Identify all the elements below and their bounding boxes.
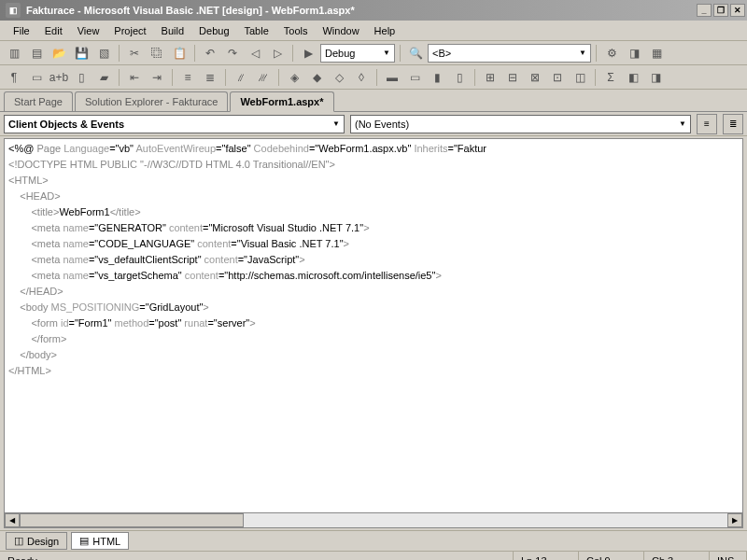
paste-icon[interactable]: 📋 [169,43,190,63]
app-icon: ◧ [6,3,21,18]
status-ready: Ready [0,552,514,560]
sigma-icon[interactable]: Σ [600,67,621,88]
clear-bookmark-icon[interactable]: ◊ [351,67,372,88]
separator [400,45,401,62]
tab-solution-explorer[interactable]: Solution Explorer - Fakturace [75,91,228,111]
menu-window[interactable]: Window [315,22,366,39]
objects-combo[interactable]: Client Objects & Events▼ [4,115,345,133]
t4-icon[interactable]: ▯ [449,67,470,88]
new-project-icon[interactable]: ▥ [4,43,24,63]
document-tabs: Start Page Solution Explorer - Fakturace… [0,90,747,112]
separator [278,69,279,86]
events-combo[interactable]: (No Events)▼ [350,115,691,133]
menu-view[interactable]: View [70,22,107,39]
misc-icon[interactable]: ⚙ [601,43,622,63]
save-icon[interactable]: 💾 [71,43,92,63]
nav-back-icon[interactable]: ◁ [245,43,265,63]
file2-icon[interactable]: ▰ [93,67,114,88]
design-icon: ◫ [14,535,23,547]
comment-icon[interactable]: ⫽ [231,67,251,88]
indent-right-icon[interactable]: ⇥ [147,67,167,88]
t1-icon[interactable]: ▬ [382,67,402,88]
minimize-button[interactable]: _ [697,4,712,17]
copy-icon[interactable]: ⿻ [147,43,167,63]
status-line: Ln 13 [514,552,579,560]
outdent-icon[interactable]: ≡ [177,67,198,88]
open-icon[interactable]: 📂 [49,43,69,63]
config-combo[interactable]: Debug▼ [320,44,395,63]
scroll-left-icon[interactable]: ◀ [5,513,20,527]
t3-icon[interactable]: ▮ [427,67,447,88]
horizontal-scrollbar[interactable]: ◀ ▶ [5,512,742,527]
view-tabs: ◫Design ▤HTML [0,530,747,551]
platform-combo[interactable]: <B>▼ [428,44,591,63]
misc-icon3[interactable]: ▦ [646,43,667,63]
separator [119,69,120,86]
restore-button[interactable]: ❐ [713,4,728,17]
menubar: File Edit View Project Build Debug Table… [0,21,747,41]
navigation-bar: Client Objects & Events▼ (No Events)▼ ≡ … [0,112,747,136]
separator [225,69,226,86]
bookmark-icon[interactable]: ◈ [284,67,304,88]
toolbar-format: ¶ ▭ a+b ▯ ▰ ⇤ ⇥ ≡ ≣ ⫽ ⫻ ◈ ◆ ◇ ◊ ▬ ▭ ▮ ▯ … [0,65,747,90]
toolbar-main: ▥ ▤ 📂 💾 ▧ ✂ ⿻ 📋 ↶ ↷ ◁ ▷ ▶ Debug▼ 🔍 <B>▼ … [0,41,747,65]
indent-icon[interactable]: ≣ [200,67,220,88]
status-ins: INS [710,552,747,560]
view-mode-icon1[interactable]: ≡ [697,114,717,134]
tab-start-page[interactable]: Start Page [4,91,73,111]
indent-left-icon[interactable]: ⇤ [124,67,145,88]
file-icon[interactable]: ▯ [71,67,92,88]
save-all-icon[interactable]: ▧ [93,43,114,63]
t6-icon[interactable]: ⊟ [502,67,523,88]
menu-build[interactable]: Build [154,22,191,39]
select-icon[interactable]: ▭ [26,67,47,88]
view-mode-icon2[interactable]: ≣ [723,114,743,134]
separator [474,69,475,86]
status-ch: Ch 3 [644,552,710,560]
t8-icon[interactable]: ⊡ [547,67,568,88]
separator [376,69,377,86]
t2-icon[interactable]: ▭ [404,67,425,88]
t10-icon[interactable]: ◧ [623,67,643,88]
code-editor[interactable]: <%@ Page Language="vb" AutoEventWireup="… [4,138,743,528]
word-icon[interactable]: a+b [49,67,69,88]
menu-table[interactable]: Table [237,22,276,39]
t9-icon[interactable]: ◫ [570,67,590,88]
menu-tools[interactable]: Tools [276,22,316,39]
separator [119,45,120,62]
menu-file[interactable]: File [6,22,37,39]
undo-icon[interactable]: ↶ [200,43,220,63]
find-icon[interactable]: 🔍 [405,43,426,63]
cut-icon[interactable]: ✂ [124,43,145,63]
t11-icon[interactable]: ◨ [645,67,666,88]
separator [596,45,597,62]
add-item-icon[interactable]: ▤ [26,43,47,63]
titlebar-text: Fakturace - Microsoft Visual Basic .NET … [24,5,697,16]
redo-icon[interactable]: ↷ [222,43,243,63]
view-design[interactable]: ◫Design [6,532,67,550]
menu-project[interactable]: Project [106,22,153,39]
separator [172,69,173,86]
prev-bookmark-icon[interactable]: ◆ [306,67,327,88]
view-html[interactable]: ▤HTML [71,532,129,550]
next-bookmark-icon[interactable]: ◇ [329,67,349,88]
separator [194,45,195,62]
misc-icon2[interactable]: ◨ [624,43,644,63]
menu-edit[interactable]: Edit [37,22,70,39]
t7-icon[interactable]: ⊠ [525,67,545,88]
t5-icon[interactable]: ⊞ [480,67,500,88]
tab-webform1[interactable]: WebForm1.aspx* [230,91,333,112]
uncomment-icon[interactable]: ⫻ [253,67,274,88]
scroll-thumb[interactable] [20,513,244,527]
menu-help[interactable]: Help [367,22,403,39]
menu-debug[interactable]: Debug [191,22,236,39]
scroll-right-icon[interactable]: ▶ [727,513,742,527]
separator [292,45,293,62]
nav-fwd-icon[interactable]: ▷ [267,43,288,63]
scroll-track[interactable] [244,513,727,527]
statusbar: Ready Ln 13 Col 9 Ch 3 INS [0,551,747,560]
code-text[interactable]: <%@ Page Language="vb" AutoEventWireup="… [5,139,742,512]
para-icon[interactable]: ¶ [4,67,24,88]
start-icon[interactable]: ▶ [298,43,318,63]
close-button[interactable]: ✕ [730,4,745,17]
